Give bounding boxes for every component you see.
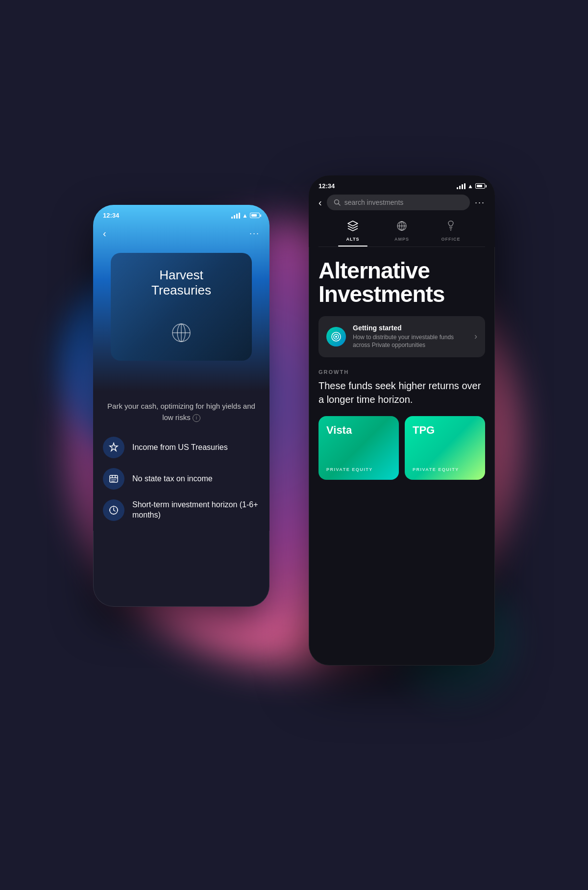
more-button-right[interactable]: ··· [475, 198, 485, 208]
time-left: 12:34 [103, 212, 119, 219]
status-icons-left: ▲ [231, 212, 260, 219]
phone-right-top: 12:34 ▲ ‹ [309, 175, 495, 247]
svg-point-29 [335, 336, 337, 338]
card-title: Harvest Treasuries [151, 268, 211, 298]
tab-amps-icon [396, 220, 408, 235]
fund-name-vista: Vista [326, 424, 391, 437]
more-button-left[interactable]: ··· [249, 228, 260, 239]
svg-line-13 [114, 510, 115, 511]
getting-started-card[interactable]: Getting started How to distribute your i… [318, 316, 485, 358]
tab-amps-label: AMPS [394, 237, 409, 242]
feature-text-tax: No state tax on income [132, 474, 213, 484]
harvest-treasuries-card: Harvest Treasuries [111, 253, 252, 361]
search-icon [334, 199, 341, 206]
signal-icon-right [457, 183, 466, 189]
fund-cards: Vista PRIVATE EQUITY TPG PRIVATE EQUITY [318, 416, 485, 480]
fund-name-tpg: TPG [413, 424, 477, 437]
phone-left-body: Park your cash, optimizing for high yiel… [93, 391, 270, 531]
back-button-right[interactable]: ‹ [318, 197, 322, 208]
getting-started-arrow: › [474, 331, 477, 342]
signal-icon-left [231, 213, 240, 219]
tax-icon-circle [103, 468, 124, 490]
main-title: Alternative Investments [318, 259, 485, 306]
feature-item-treasury: Income from US Treasuries [103, 437, 260, 458]
card-title-bold: Harvest [159, 268, 203, 282]
phone-left-header: 12:34 ▲ ‹ ··· [93, 205, 270, 391]
getting-started-subtitle: How to distribute your investable funds … [353, 333, 467, 350]
search-row: ‹ search investments ··· [318, 195, 485, 210]
tab-alts[interactable]: ALTS [328, 220, 377, 247]
status-icons-right: ▲ [457, 183, 485, 190]
search-placeholder: search investments [344, 198, 404, 206]
search-bar[interactable]: search investments [327, 195, 470, 210]
horizon-icon-circle [103, 499, 124, 521]
tab-office-icon [445, 220, 457, 235]
tab-alts-icon [347, 220, 359, 235]
status-bar-right: 12:34 ▲ [318, 182, 485, 190]
svg-line-19 [338, 204, 340, 206]
phone-right: 12:34 ▲ ‹ [309, 175, 495, 666]
feature-text-horizon: Short-term investment horizon (1-6+ mont… [132, 500, 260, 520]
amps-icon-card [172, 323, 191, 346]
status-bar-left: 12:34 ▲ [103, 212, 260, 219]
battery-icon-right [475, 183, 485, 189]
feature-item-tax: No state tax on income [103, 468, 260, 490]
growth-label: GROWTH [318, 369, 485, 375]
back-button-left[interactable]: ‹ [103, 228, 106, 239]
info-icon: i [193, 414, 200, 422]
getting-started-title: Getting started [353, 324, 467, 332]
feature-item-horizon: Short-term investment horizon (1-6+ mont… [103, 499, 260, 521]
tab-amps[interactable]: AMPS [377, 220, 426, 247]
tab-office[interactable]: OFFICE [426, 220, 475, 247]
wifi-icon-right: ▲ [467, 183, 473, 190]
phone-right-body: Alternative Investments Getting started [309, 247, 495, 492]
tagline: Park your cash, optimizing for high yiel… [103, 401, 260, 423]
card-title-light: Treasuries [151, 283, 211, 297]
fund-card-vista[interactable]: Vista PRIVATE EQUITY [318, 416, 399, 480]
battery-icon-left [250, 213, 260, 218]
growth-description: These funds seek higher returns over a l… [318, 379, 485, 406]
feature-list: Income from US Treasuries [103, 437, 260, 521]
scene: 12:34 ▲ ‹ ··· [0, 0, 588, 890]
fund-type-tpg: PRIVATE EQUITY [413, 467, 477, 472]
tab-alts-label: ALTS [346, 237, 360, 242]
getting-started-icon [326, 327, 346, 346]
tab-office-label: OFFICE [441, 237, 461, 242]
time-right: 12:34 [318, 182, 335, 190]
fund-type-vista: PRIVATE EQUITY [326, 467, 391, 472]
feature-text-treasury: Income from US Treasuries [132, 443, 228, 453]
wifi-icon-left: ▲ [242, 212, 248, 219]
tab-bar: ALTS AMPS [318, 214, 485, 247]
fund-card-tpg[interactable]: TPG PRIVATE EQUITY [405, 416, 485, 480]
treasury-icon-circle [103, 437, 124, 458]
getting-started-text: Getting started How to distribute your i… [353, 324, 467, 350]
phone-left: 12:34 ▲ ‹ ··· [93, 205, 270, 607]
phones-wrapper: 12:34 ▲ ‹ ··· [93, 175, 495, 715]
nav-bar-left: ‹ ··· [103, 224, 260, 243]
svg-marker-4 [110, 443, 118, 451]
